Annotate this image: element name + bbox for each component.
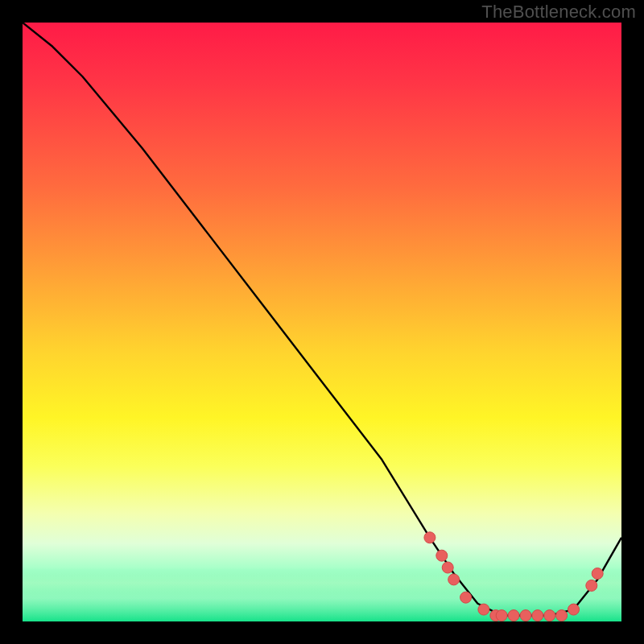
data-point	[424, 532, 436, 543]
data-point	[532, 610, 543, 621]
data-point	[592, 568, 603, 580]
data-point	[460, 592, 472, 603]
chart-frame: TheBottleneck.com	[0, 0, 644, 644]
curve-svg	[23, 23, 621, 621]
data-point	[568, 604, 580, 615]
watermark-text: TheBottleneck.com	[481, 2, 636, 23]
data-points	[424, 532, 603, 621]
data-point	[544, 610, 555, 621]
bottleneck-curve	[23, 23, 621, 616]
data-point	[436, 550, 448, 561]
data-point	[586, 580, 597, 591]
plot-area	[23, 23, 621, 621]
data-point	[496, 610, 507, 621]
data-point	[448, 574, 460, 585]
data-point	[442, 562, 453, 573]
data-point	[508, 610, 519, 621]
data-point	[478, 604, 489, 615]
data-point	[520, 610, 531, 621]
data-point	[556, 610, 568, 621]
